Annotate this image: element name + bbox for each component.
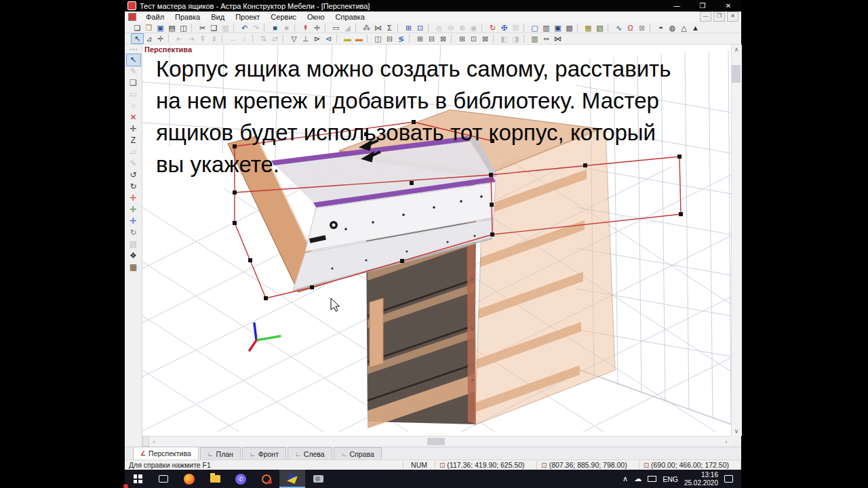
view-textured-icon[interactable]: ▩ xyxy=(564,23,575,33)
minimize-button[interactable]: — xyxy=(664,0,690,12)
mdi-minimize-button[interactable]: — xyxy=(700,12,711,22)
sphere-icon[interactable]: ◓ xyxy=(655,23,667,33)
rotate-free-icon[interactable]: ↻ xyxy=(127,227,140,239)
fittings-icon[interactable]: ▦ xyxy=(127,262,140,273)
view-shaded-icon[interactable]: ▣ xyxy=(552,23,564,33)
vertical-scrollbar[interactable]: ∧ ∨ xyxy=(731,45,742,436)
layout-row-icon[interactable]: ⊟ xyxy=(426,34,437,43)
move-x-icon[interactable]: ✛ xyxy=(127,192,140,204)
network-display-icon[interactable] xyxy=(648,476,656,482)
move-z-icon[interactable]: ✛ xyxy=(127,216,140,227)
menu-project[interactable]: Проект xyxy=(230,13,265,21)
delete-icon[interactable]: ✕ xyxy=(127,112,140,123)
layout-cell-icon[interactable]: ⊠ xyxy=(437,34,449,43)
panel-yellow-icon[interactable]: ▬ xyxy=(342,34,353,43)
firefox-taskbar-button[interactable] xyxy=(176,470,202,488)
undo-icon[interactable]: ↶ xyxy=(239,23,250,33)
cabinet-icon[interactable]: ▥ xyxy=(529,34,540,43)
splitter-box[interactable] xyxy=(142,436,149,447)
spline-icon[interactable]: ∿ xyxy=(613,23,625,33)
print-icon[interactable]: ▤ xyxy=(166,23,178,33)
z-offset-icon[interactable]: Z xyxy=(127,135,140,146)
fastener-icon[interactable]: ⋈ xyxy=(372,23,384,33)
new-panel-icon[interactable]: ❏ xyxy=(127,77,140,89)
panel-tool-icon[interactable]: ▭ xyxy=(330,23,342,33)
task-view-button[interactable] xyxy=(151,470,176,488)
hinge-icon[interactable]: ∾ xyxy=(540,34,552,43)
viber-taskbar-button[interactable]: ✆ xyxy=(228,470,254,488)
pin-icon[interactable]: ↟ xyxy=(300,23,311,33)
sum-icon[interactable]: Σ xyxy=(384,23,395,33)
pan-view-icon[interactable]: ✛ xyxy=(155,34,166,43)
horizontal-scroll-thumb[interactable] xyxy=(427,438,445,445)
tab-right[interactable]: ∟ Справа xyxy=(334,447,382,460)
open-icon[interactable]: ❒ xyxy=(143,23,155,33)
frame-box-icon[interactable]: ⊡ xyxy=(414,23,426,33)
language-indicator[interactable]: ENG xyxy=(663,475,678,483)
rotate-cw-icon[interactable]: ↻ xyxy=(127,181,140,192)
move-object-icon[interactable]: ✛ xyxy=(311,23,323,33)
select-tool-icon[interactable]: ↖ xyxy=(127,54,140,66)
split-h-icon[interactable]: ⊟ xyxy=(384,34,395,43)
cone-solid-icon[interactable]: ▲ xyxy=(690,23,701,33)
select-region-icon[interactable]: ❖ xyxy=(127,250,140,262)
snap-grid-icon[interactable]: ✠ xyxy=(498,23,510,33)
menu-help[interactable]: Справка xyxy=(330,13,370,21)
frame-grid-icon[interactable]: ⊞ xyxy=(403,23,414,33)
rotate-view-icon[interactable]: ⊿ xyxy=(143,34,155,43)
mdi-close-button[interactable]: ✕ xyxy=(727,12,738,22)
panel-orange-icon[interactable]: ▬ xyxy=(353,34,365,43)
select-mode-icon[interactable]: ↖ xyxy=(132,34,143,43)
layout-grid-icon[interactable]: ⊞ xyxy=(414,34,426,43)
attach-right-icon[interactable]: ⊳ xyxy=(311,34,323,43)
menu-window[interactable]: Окно xyxy=(302,13,330,21)
refresh-icon[interactable]: ↻ xyxy=(487,23,498,33)
video-editor-taskbar-button[interactable] xyxy=(305,470,331,488)
scroll-right-arrow[interactable]: › xyxy=(722,439,731,445)
tab-perspective[interactable]: ∠ Перспектива xyxy=(133,447,199,460)
view-hidden-icon[interactable]: ▥ xyxy=(540,23,552,33)
menu-edit[interactable]: Правка xyxy=(170,13,205,21)
toolbar-grip[interactable] xyxy=(130,49,137,52)
cone-icon[interactable]: △ xyxy=(678,23,690,33)
split-v-icon[interactable]: ◫ xyxy=(372,34,384,43)
springs-icon[interactable]: ≶ xyxy=(395,34,407,43)
filter-icon[interactable]: ▽ xyxy=(288,34,300,43)
tab-left[interactable]: ∟ Слева xyxy=(288,447,332,460)
scroll-up-arrow[interactable]: ∧ xyxy=(732,46,741,53)
cut-icon[interactable]: ✂ xyxy=(197,23,208,33)
print-preview-icon[interactable]: ◫ xyxy=(178,23,189,33)
start-button[interactable] xyxy=(125,470,151,488)
insert-grid-icon[interactable]: ⊠ xyxy=(479,34,491,43)
attach-left-icon[interactable]: ⊲ xyxy=(323,34,334,43)
insert-left-icon[interactable]: ⊞ xyxy=(456,34,468,43)
tray-chevron-icon[interactable]: ∧ xyxy=(623,474,628,483)
cylinder-icon[interactable]: ◍ xyxy=(667,23,678,33)
close-button[interactable]: ✕ xyxy=(715,0,741,12)
rotate-ccw-icon[interactable]: ↺ xyxy=(127,169,140,181)
clock[interactable]: 13:16 25.02.2020 xyxy=(684,471,718,487)
copy-icon[interactable]: ❑ xyxy=(208,23,220,33)
structure-icon[interactable]: ⁂ xyxy=(361,23,372,33)
restore-button[interactable]: ❐ xyxy=(690,0,715,12)
move-tool-icon[interactable]: ✛ xyxy=(127,123,140,135)
magnet-icon[interactable]: Ω xyxy=(625,23,636,33)
viewport[interactable]: Перспектива Корпус ящика можно создать с… xyxy=(142,45,731,436)
document-icon[interactable] xyxy=(128,13,136,21)
onedrive-cloud-icon[interactable]: ☁ xyxy=(634,474,642,483)
cage-icon[interactable]: ⊠ xyxy=(636,23,648,33)
vertical-scroll-thumb[interactable] xyxy=(732,65,741,83)
move-y-icon[interactable]: ✛ xyxy=(127,204,140,216)
tab-plan[interactable]: ∟ План xyxy=(200,447,241,460)
texture-yellow-icon[interactable]: ▦ xyxy=(583,23,594,33)
save-icon[interactable]: ▣ xyxy=(155,23,166,33)
menu-view[interactable]: Вид xyxy=(205,13,230,21)
mdi-restore-button[interactable]: ❐ xyxy=(713,12,725,22)
base-icon[interactable]: ⊥ xyxy=(300,34,311,43)
scroll-down-arrow[interactable]: ∨ xyxy=(732,428,741,434)
tab-front[interactable]: ∟ Фронт xyxy=(242,447,286,460)
insert-right-icon[interactable]: ⊡ xyxy=(468,34,479,43)
slides-icon[interactable]: ⋈ xyxy=(552,34,564,43)
astra-taskbar-button[interactable] xyxy=(279,470,305,488)
explorer-taskbar-button[interactable] xyxy=(202,470,228,488)
